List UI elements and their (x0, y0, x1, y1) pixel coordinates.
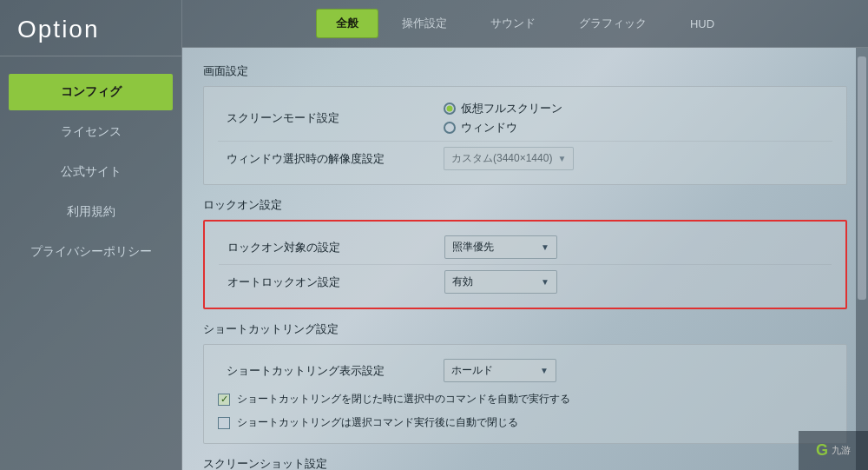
shortcut-checkbox-1[interactable]: ショートカットリングは選択コマンド実行後に自動で閉じる (218, 411, 832, 434)
auto-lockon-value: 有効 ▼ (444, 270, 832, 294)
auto-lockon-dropdown[interactable]: 有効 ▼ (444, 270, 557, 294)
radio-window[interactable]: ウィンドウ (444, 120, 562, 136)
sidebar-item-official[interactable]: 公式サイト (9, 154, 173, 190)
auto-lockon-row: オートロックオン設定 有効 ▼ (219, 264, 832, 299)
tab-general[interactable]: 全般 (316, 9, 378, 38)
shortcut-section-box: ショートカットリング表示設定 ホールド ▼ ✓ ショートカットリングを閉じた時に… (203, 344, 847, 444)
shortcut-checkbox-0-label: ショートカットリングを閉じた時に選択中のコマンドを自動で実行する (237, 392, 570, 407)
shortcut-checkbox-0-box: ✓ (218, 394, 230, 406)
sidebar-item-license[interactable]: ライセンス (9, 114, 173, 150)
resolution-label: ウィンドウ選択時の解像度設定 (218, 151, 444, 167)
shortcut-display-dropdown-arrow: ▼ (540, 366, 549, 375)
shortcut-checkbox-1-box (218, 417, 230, 429)
auto-lockon-dropdown-text: 有効 (452, 275, 536, 289)
tab-sound[interactable]: サウンド (470, 9, 556, 38)
shortcut-display-label: ショートカットリング表示設定 (218, 363, 444, 379)
screen-mode-radio-group: 仮想フルスクリーン ウィンドウ (444, 101, 562, 136)
tab-bar: 全般 操作設定 サウンド グラフィック HUD (182, 0, 868, 48)
main-content: 画面設定 スクリーンモード設定 仮想フルスクリーン ウィンドウ (182, 48, 868, 470)
screen-section: 画面設定 スクリーンモード設定 仮想フルスクリーン ウィンドウ (203, 63, 847, 185)
lockon-section: ロックオン設定 ロックオン対象の設定 照準優先 ▼ オートロックオン設定 有効 (203, 197, 847, 309)
screen-section-box: スクリーンモード設定 仮想フルスクリーン ウィンドウ (203, 86, 847, 185)
radio-virtual-fullscreen[interactable]: 仮想フルスクリーン (444, 101, 562, 116)
sidebar-item-privacy[interactable]: プライバシーポリシー (9, 234, 173, 270)
shortcut-display-dropdown[interactable]: ホールド ▼ (444, 359, 556, 382)
radio-virtual-fullscreen-circle (444, 103, 456, 115)
shortcut-checkbox-1-label: ショートカットリングは選択コマンド実行後に自動で閉じる (237, 415, 518, 430)
sidebar-nav: コンフィグ ライセンス 公式サイト 利用規約 プライバシーポリシー (0, 74, 181, 270)
screen-mode-value: 仮想フルスクリーン ウィンドウ (444, 101, 832, 136)
logo-icon: G (816, 441, 828, 460)
tab-graphics[interactable]: グラフィック (559, 9, 667, 38)
shortcut-section: ショートカットリング設定 ショートカットリング表示設定 ホールド ▼ ✓ ショー… (203, 321, 847, 444)
resolution-dropdown-text: カスタム(3440×1440) (451, 151, 552, 166)
sidebar-title: Option (0, 0, 181, 56)
tab-controls[interactable]: 操作設定 (382, 9, 467, 38)
shortcut-checkbox-0[interactable]: ✓ ショートカットリングを閉じた時に選択中のコマンドを自動で実行する (218, 387, 832, 411)
lockon-target-dropdown-arrow: ▼ (541, 242, 549, 252)
radio-virtual-fullscreen-label: 仮想フルスクリーン (461, 101, 562, 116)
screenshot-section-title: スクリーンショット設定 (203, 456, 847, 470)
lockon-section-title: ロックオン設定 (203, 197, 847, 213)
screen-mode-label: スクリーンモード設定 (218, 110, 444, 126)
lockon-target-row: ロックオン対象の設定 照準優先 ▼ (219, 230, 832, 264)
resolution-dropdown[interactable]: カスタム(3440×1440) ▼ (444, 147, 574, 170)
resolution-value: カスタム(3440×1440) ▼ (444, 147, 832, 170)
resolution-dropdown-arrow: ▼ (557, 154, 566, 163)
sidebar-item-config[interactable]: コンフィグ (9, 74, 173, 110)
tab-hud[interactable]: HUD (670, 10, 734, 37)
shortcut-section-title: ショートカットリング設定 (203, 321, 847, 337)
shortcut-display-dropdown-text: ホールド (451, 363, 535, 378)
logo-area: G 九游 (799, 431, 868, 470)
lockon-target-dropdown[interactable]: 照準優先 ▼ (444, 235, 557, 259)
sidebar: Option コンフィグ ライセンス 公式サイト 利用規約 プライバシーポリシー (0, 0, 182, 470)
resolution-row: ウィンドウ選択時の解像度設定 カスタム(3440×1440) ▼ (218, 141, 832, 175)
lockon-section-box: ロックオン対象の設定 照準優先 ▼ オートロックオン設定 有効 ▼ (203, 220, 847, 309)
lockon-target-dropdown-text: 照準優先 (452, 240, 536, 255)
auto-lockon-label: オートロックオン設定 (219, 275, 444, 290)
radio-window-label: ウィンドウ (461, 120, 517, 136)
sidebar-item-terms[interactable]: 利用規約 (9, 194, 173, 230)
lockon-target-value: 照準優先 ▼ (444, 235, 832, 259)
screen-section-title: 画面設定 (203, 63, 847, 79)
lockon-target-label: ロックオン対象の設定 (219, 240, 444, 255)
radio-window-circle (444, 122, 456, 134)
watermark-text: 九游 (832, 444, 851, 457)
shortcut-display-row: ショートカットリング表示設定 ホールド ▼ (218, 354, 832, 387)
screenshot-section: スクリーンショット設定 撮影した画像のHUDを非表示にする ✓ 撮影時に通知を表… (203, 456, 847, 470)
screen-mode-row: スクリーンモード設定 仮想フルスクリーン ウィンドウ (218, 96, 832, 141)
auto-lockon-dropdown-arrow: ▼ (541, 277, 549, 287)
shortcut-display-value: ホールド ▼ (444, 359, 832, 382)
